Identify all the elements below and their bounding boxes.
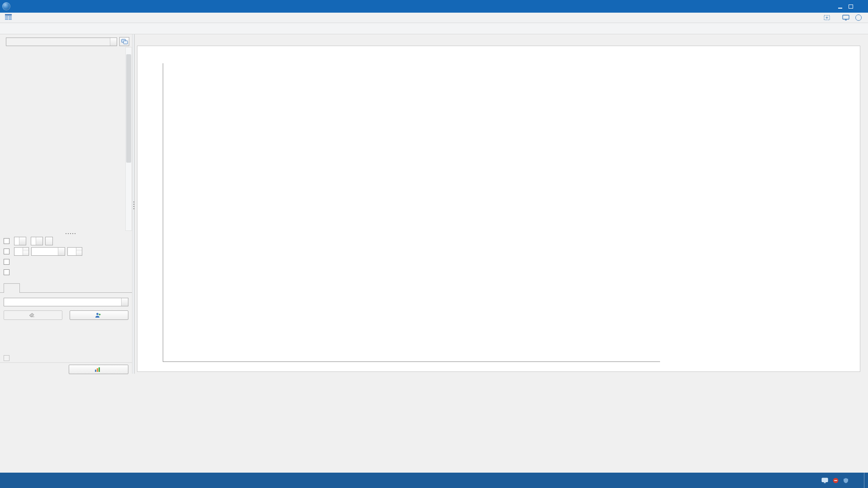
working-hours-checkbox[interactable] xyxy=(4,269,9,275)
spin-down-icon[interactable] xyxy=(23,251,28,255)
y-axis xyxy=(137,63,160,362)
to-date-picker[interactable] xyxy=(31,237,43,245)
tray-alert-icon[interactable] xyxy=(833,478,839,483)
chevron-down-icon[interactable] xyxy=(36,237,42,245)
fit-screen-icon[interactable] xyxy=(823,14,830,21)
domain-user-checkbox[interactable] xyxy=(4,259,9,265)
layout-menu-button[interactable] xyxy=(0,13,19,23)
show-desktop-button[interactable] xyxy=(864,473,867,488)
date-filter-checkbox[interactable] xyxy=(4,238,9,244)
top-count-value xyxy=(14,248,23,255)
chevron-down-icon xyxy=(110,38,117,46)
chevron-down-icon[interactable] xyxy=(19,237,26,245)
working-hours-row xyxy=(4,267,129,277)
show-top-checkbox[interactable] xyxy=(4,249,9,254)
report-tree xyxy=(1,47,125,231)
splitter-grip-icon xyxy=(66,233,66,234)
report-area xyxy=(135,34,868,374)
server-connect-button[interactable] xyxy=(119,37,129,46)
grid-icon xyxy=(5,14,12,22)
menubar-right-icons xyxy=(823,13,868,23)
add-users-button[interactable] xyxy=(70,310,128,320)
sidebar xyxy=(0,34,132,374)
scrollbar-thumb[interactable] xyxy=(126,54,131,163)
filter-panel xyxy=(4,236,129,278)
panel-toggle-button[interactable] xyxy=(824,0,835,12)
show-report-button[interactable] xyxy=(69,365,128,374)
titlebar xyxy=(0,0,868,13)
info-icon[interactable] xyxy=(855,14,862,21)
remote-screen-icon[interactable] xyxy=(842,14,849,21)
spin-up-icon[interactable] xyxy=(76,248,82,252)
tray-shield-icon[interactable] xyxy=(843,478,849,483)
menubar xyxy=(0,13,868,23)
horizontal-splitter[interactable] xyxy=(0,232,132,235)
chevron-down-icon[interactable] xyxy=(58,248,65,255)
spin-down-icon[interactable] xyxy=(76,251,82,255)
help-button[interactable] xyxy=(813,0,824,12)
group-by-select[interactable] xyxy=(31,247,65,256)
minimize-button[interactable] xyxy=(835,0,845,12)
report-canvas xyxy=(137,46,860,372)
chart-plot xyxy=(163,63,660,362)
show-top-row xyxy=(4,247,129,256)
taskbar xyxy=(0,473,868,488)
chevron-down-icon[interactable] xyxy=(121,298,128,306)
spin-up-icon[interactable] xyxy=(23,248,28,252)
date-range-row xyxy=(4,236,129,245)
add-user-icon xyxy=(95,312,101,318)
minimize-icon xyxy=(838,8,842,9)
from-date-picker[interactable] xyxy=(14,237,26,245)
clear-button xyxy=(4,310,62,320)
divider xyxy=(0,362,132,363)
system-tray xyxy=(817,473,868,488)
app-logo-icon xyxy=(2,2,10,10)
scroll-down-icon[interactable] xyxy=(126,224,132,230)
server-combobox xyxy=(6,38,117,46)
per-page-spinner[interactable] xyxy=(67,247,82,256)
maximize-icon xyxy=(849,5,853,9)
eraser-icon xyxy=(29,313,35,318)
tab-users[interactable] xyxy=(4,283,20,293)
domain-user-row xyxy=(4,257,129,266)
window-controls xyxy=(813,0,867,13)
apply-dates-button[interactable] xyxy=(45,237,53,245)
per-page-value xyxy=(68,248,76,255)
splitter-grip-icon xyxy=(133,202,134,202)
exclude-checkbox xyxy=(4,355,9,361)
report-tabs xyxy=(137,35,854,46)
scroll-up-icon[interactable] xyxy=(126,47,132,54)
exclude-row xyxy=(4,353,129,362)
tree-scrollbar[interactable] xyxy=(125,47,132,231)
users-select[interactable] xyxy=(4,298,128,306)
top-count-spinner[interactable] xyxy=(14,247,29,256)
maximize-button[interactable] xyxy=(845,0,856,12)
close-button[interactable] xyxy=(856,0,867,12)
server-row xyxy=(4,37,129,46)
tray-monitor-icon[interactable] xyxy=(821,478,828,483)
report-chart-icon xyxy=(94,367,100,372)
toolbar xyxy=(0,23,868,34)
